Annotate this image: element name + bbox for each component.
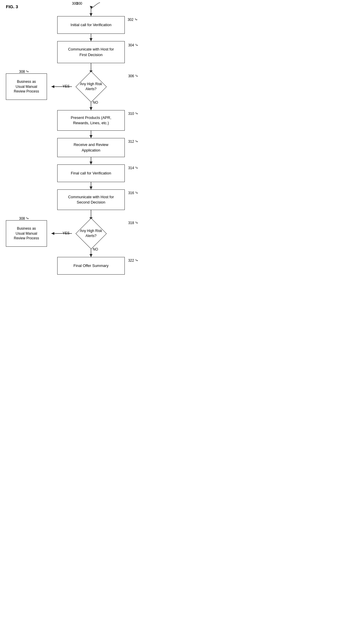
side-box-308b: Business asUsual ManualReview Process: [6, 220, 47, 247]
svg-marker-1: [90, 13, 92, 16]
box-316-text: Communicate with Host forSecond Decision: [68, 194, 114, 205]
ref-300-label: 300: [76, 1, 82, 6]
box-302: Initial call for Verification: [57, 16, 125, 34]
diamond-318-wrap: Any High RiskAlerts?: [72, 220, 110, 247]
box-310: Present Products (APR,Rewards, Lines, et…: [57, 110, 125, 131]
svg-marker-16: [90, 186, 92, 189]
yes-label-1: YES: [63, 84, 70, 88]
ref-306: 306 ⤷: [128, 73, 139, 78]
box-312-text: Receive and ReviewApplication: [74, 142, 109, 153]
svg-marker-8: [51, 85, 54, 88]
fig-label: FIG. 3: [6, 4, 18, 9]
svg-marker-10: [90, 107, 92, 110]
no-label-1: NO: [93, 100, 98, 105]
side-box-308b-text: Business asUsual ManualReview Process: [14, 226, 39, 241]
box-314-text: Final call for Verification: [71, 171, 111, 176]
svg-marker-4: [90, 38, 92, 41]
ref-316: 316 ⤷: [128, 190, 139, 195]
box-314: Final call for Verification: [57, 164, 125, 182]
ref-310: 310 ⤷: [128, 111, 139, 116]
box-310-text: Present Products (APR,Rewards, Lines, et…: [71, 115, 111, 126]
box-302-text: Initial call for Verification: [70, 22, 111, 28]
box-304-text: Communicate with Host forFirst Decision: [68, 47, 114, 57]
svg-marker-20: [51, 232, 54, 235]
diamond-306-wrap: Any High RiskAlerts?: [72, 73, 110, 100]
yes-label-2: YES: [63, 231, 70, 235]
flowchart-container: FIG. 3: [0, 0, 182, 319]
side-box-308a-text: Business asUsual ManualReview Process: [14, 79, 39, 94]
svg-marker-2: [90, 6, 93, 9]
no-label-2: NO: [93, 247, 98, 251]
svg-marker-22: [90, 254, 92, 257]
ref-314: 314 ⤷: [128, 165, 139, 170]
ref-308b: 308 ⤷: [19, 216, 29, 221]
box-304: Communicate with Host forFirst Decision: [57, 41, 125, 63]
box-322: Final Offer Summary: [57, 257, 125, 275]
box-322-text: Final Offer Summary: [73, 263, 109, 268]
ref-312: 312 ⤷: [128, 139, 139, 144]
svg-marker-12: [90, 135, 92, 138]
svg-marker-14: [90, 162, 92, 164]
ref-322: 322 ⤷: [128, 258, 139, 263]
diamond-306: [75, 71, 107, 102]
diamond-318: [75, 218, 107, 249]
ref-304: 304 ⤷: [128, 43, 139, 47]
side-box-308a: Business asUsual ManualReview Process: [6, 73, 47, 100]
box-316: Communicate with Host forSecond Decision: [57, 189, 125, 210]
ref-308a: 308 ⤷: [19, 69, 29, 74]
ref-302: 302 ⤷: [128, 17, 138, 22]
ref-318: 318 ⤷: [128, 220, 139, 225]
box-312: Receive and ReviewApplication: [57, 138, 125, 157]
